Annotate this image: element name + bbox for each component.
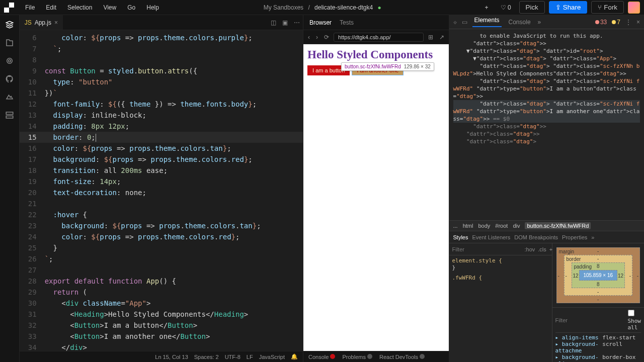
menu-go[interactable]: Go [122, 2, 140, 13]
status-pos[interactable]: Ln 15, Col 13 [155, 354, 188, 360]
dom-breadcrumbs: ...htmlbody#rootdivbutton.sc-fzXfNi.fwWF… [449, 220, 645, 231]
warning-badge[interactable]: 7 [612, 19, 620, 26]
menu-selection[interactable]: Selection [62, 2, 97, 13]
search-icon[interactable] [4, 37, 15, 48]
editor-column: JS App.js × ◫ ▣ ⋯ 6 color: ${props => pr… [20, 15, 303, 362]
tab-tests[interactable]: Tests [340, 19, 354, 26]
fork-button[interactable]: ⑂Fork [591, 1, 624, 14]
avatar[interactable] [628, 2, 640, 14]
status-spaces[interactable]: Spaces: 2 [194, 354, 219, 360]
crumb[interactable]: #root [495, 223, 508, 229]
subtab-dom-breakpoints[interactable]: DOM Breakpoints [514, 234, 558, 240]
preview-footer: Console Problems React DevTools [303, 351, 448, 362]
menu-help[interactable]: Help [141, 2, 164, 13]
code-editor[interactable]: 6 color: ${props => props.theme.colors.p… [20, 30, 303, 351]
menubar: FileEditSelectionViewGoHelp My Sandboxes… [0, 0, 644, 15]
error-badge[interactable]: 33 [595, 19, 607, 26]
footer-problems[interactable]: Problems [342, 354, 372, 360]
deploy-icon[interactable] [4, 92, 15, 103]
js-icon: JS [25, 19, 32, 26]
styles-subtabs: StylesEvent ListenersDOM BreakpointsProp… [449, 231, 645, 243]
status-bar: Ln 15, Col 13 Spaces: 2 UTF-8 LF JavaScr… [20, 351, 303, 362]
svg-point-0 [9, 60, 11, 62]
notifications-icon[interactable]: 🔔 [291, 353, 298, 360]
explorer-icon[interactable] [4, 19, 15, 30]
style-rules[interactable]: element.style {}.fwWFRd {</span></div><d… [449, 255, 552, 362]
close-icon[interactable]: × [54, 19, 58, 26]
preview-frame: Hello Styled Components button.sc-fzXfNi… [303, 44, 448, 351]
server-icon[interactable] [4, 110, 15, 121]
tab-console[interactable]: Console [507, 19, 533, 26]
hov-toggle[interactable]: :hov [525, 246, 535, 252]
status-lang[interactable]: JavaScript [259, 354, 285, 360]
cls-toggle[interactable]: .cls [538, 246, 546, 252]
box-padding: padding 881212 105.859 × 16 [572, 262, 625, 288]
breadcrumb-name[interactable]: delicate-silence-dtgk4 [314, 4, 373, 11]
activity-bar [0, 15, 20, 362]
devtools-settings-icon[interactable]: ⋮ [625, 19, 631, 26]
subtabs-overflow-icon[interactable]: » [591, 234, 594, 240]
styles-pane: :hov .cls + element.style {}.fwWFRd {</s… [449, 243, 552, 362]
back-icon[interactable]: ‹ [306, 34, 311, 41]
box-border: border ---- padding 881212 105.859 × 16 [564, 255, 633, 296]
url-bar: ‹ › ⟳ https://dtgk4.csb.app/ ⊞ ↗ [303, 30, 448, 44]
crumb[interactable]: body [478, 223, 490, 229]
subtab-styles[interactable]: Styles [453, 234, 468, 240]
pick-button[interactable]: Pick [519, 1, 545, 14]
svg-rect-2 [6, 116, 13, 119]
editor-tabs: JS App.js × ◫ ▣ ⋯ [20, 15, 303, 30]
crumb[interactable]: div [513, 223, 520, 229]
crumb[interactable]: ... [453, 223, 458, 229]
box-margin: margin ---- border ---- padding 881212 1… [556, 247, 640, 303]
subtab-event-listeners[interactable]: Event Listeners [472, 234, 510, 240]
footer-react[interactable]: React DevTools [379, 354, 425, 360]
device-icon[interactable]: ▭ [462, 19, 467, 26]
app-logo[interactable] [4, 3, 14, 13]
settings-icon[interactable] [4, 55, 15, 66]
share-icon: ⇪ [555, 4, 561, 11]
inspect-icon[interactable]: ⟐ [453, 19, 457, 26]
add-icon[interactable]: + [481, 2, 493, 13]
dom-tree[interactable]: to enable JavaScript to run this app. "d… [449, 29, 645, 220]
breadcrumb: My Sandboxes / delicate-silence-dtgk4 ● [165, 4, 480, 11]
devtools: ⟐ ▭ Elements Console » 33 7 ⋮ × to enabl… [449, 15, 645, 362]
menu-view[interactable]: View [98, 2, 121, 13]
synced-icon: ● [378, 4, 381, 11]
inspect-tooltip: button.sc-fzXfNi.fwWFRd 129.86 × 32 [341, 62, 434, 71]
styles-filter-input[interactable] [452, 246, 522, 252]
forward-icon[interactable]: › [314, 34, 319, 41]
computed-filter-input[interactable] [555, 310, 625, 331]
preview-column: Browser Tests ‹ › ⟳ https://dtgk4.csb.ap… [303, 15, 449, 362]
footer-console[interactable]: Console [308, 354, 335, 360]
tabs-overflow-icon[interactable]: » [538, 19, 541, 26]
reload-icon[interactable]: ⟳ [323, 34, 331, 41]
like-button[interactable]: ♡ 0 [497, 2, 515, 13]
layout-icon[interactable]: ▣ [279, 19, 291, 26]
share-button[interactable]: ⇪Share [549, 1, 588, 14]
more-icon[interactable]: ⋯ [291, 19, 303, 26]
crumb[interactable]: html [463, 223, 473, 229]
split-icon[interactable]: ◫ [268, 19, 279, 26]
github-icon[interactable] [4, 73, 15, 84]
preview-heading: Hello Styled Components [303, 44, 448, 63]
box-model-pane: margin ---- border ---- padding 881212 1… [552, 243, 645, 362]
subtab-properties[interactable]: Properties [562, 234, 587, 240]
preview-tabs: Browser Tests [303, 15, 448, 30]
menu-edit[interactable]: Edit [41, 2, 61, 13]
show-all-toggle[interactable]: Show all [628, 310, 641, 331]
fork-icon: ⑂ [598, 4, 602, 11]
status-enc[interactable]: UTF-8 [225, 354, 240, 360]
tab-elements[interactable]: Elements [472, 17, 502, 27]
breadcrumb-root[interactable]: My Sandboxes [264, 4, 303, 11]
menu-file[interactable]: File [20, 2, 40, 13]
tab-appjs[interactable]: JS App.js × [20, 15, 63, 30]
structure-icon[interactable]: ⊞ [427, 34, 435, 41]
devtools-close-icon[interactable]: × [636, 19, 640, 26]
open-external-icon[interactable]: ↗ [438, 34, 446, 41]
crumb[interactable]: button.sc-fzXfNi.fwWFRd [525, 222, 591, 229]
computed-pane: Show all ▸ align-itemsflex-start▸ backgr… [552, 307, 645, 362]
url-input[interactable]: https://dtgk4.csb.app/ [334, 33, 423, 42]
svg-rect-1 [6, 112, 13, 115]
status-eol[interactable]: LF [247, 354, 253, 360]
tab-browser[interactable]: Browser [309, 19, 332, 26]
